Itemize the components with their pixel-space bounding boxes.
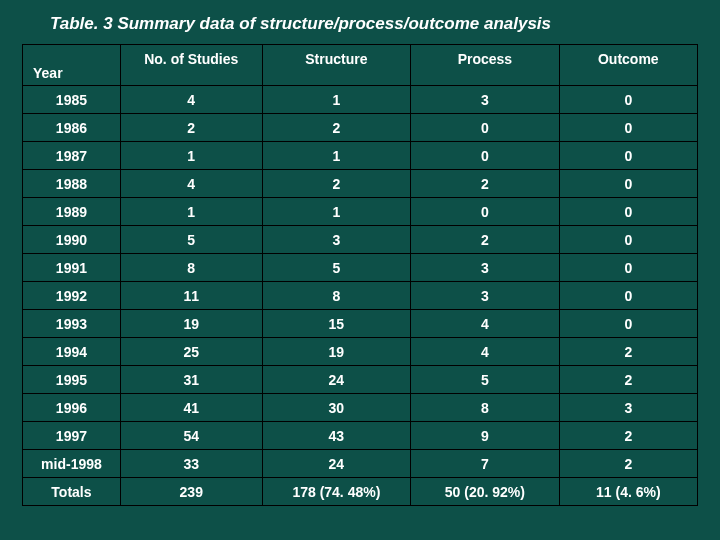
cell-structure: 8 — [262, 282, 411, 310]
cell-structure: 19 — [262, 338, 411, 366]
table-row: 19918530 — [23, 254, 698, 282]
cell-year: 1995 — [23, 366, 121, 394]
cell-process: 4 — [411, 338, 560, 366]
table-row: mid-1998332472 — [23, 450, 698, 478]
col-header-process: Process — [411, 45, 560, 86]
cell-process: 3 — [411, 254, 560, 282]
table-row: 1996413083 — [23, 394, 698, 422]
cell-structure: 43 — [262, 422, 411, 450]
cell-year: 1994 — [23, 338, 121, 366]
totals-label: Totals — [23, 478, 121, 506]
cell-structure: 2 — [262, 114, 411, 142]
cell-process: 3 — [411, 86, 560, 114]
cell-studies: 1 — [120, 198, 262, 226]
col-header-studies: No. of Studies — [120, 45, 262, 86]
cell-outcome: 0 — [559, 254, 697, 282]
totals-process: 50 (20. 92%) — [411, 478, 560, 506]
cell-studies: 11 — [120, 282, 262, 310]
table-title: Table. 3 Summary data of structure/proce… — [50, 14, 698, 34]
col-header-structure: Structure — [262, 45, 411, 86]
cell-process: 9 — [411, 422, 560, 450]
cell-studies: 41 — [120, 394, 262, 422]
cell-year: mid-1998 — [23, 450, 121, 478]
cell-studies: 4 — [120, 170, 262, 198]
cell-studies: 5 — [120, 226, 262, 254]
cell-process: 2 — [411, 170, 560, 198]
table-row: 19884220 — [23, 170, 698, 198]
cell-outcome: 0 — [559, 170, 697, 198]
cell-studies: 1 — [120, 142, 262, 170]
cell-year: 1989 — [23, 198, 121, 226]
table-row: 19871100 — [23, 142, 698, 170]
cell-year: 1996 — [23, 394, 121, 422]
table-row: 19905320 — [23, 226, 698, 254]
cell-outcome: 3 — [559, 394, 697, 422]
cell-studies: 19 — [120, 310, 262, 338]
table-row: 1994251942 — [23, 338, 698, 366]
cell-year: 1992 — [23, 282, 121, 310]
cell-process: 0 — [411, 142, 560, 170]
table-row: 19891100 — [23, 198, 698, 226]
table-row: 19854130 — [23, 86, 698, 114]
cell-studies: 8 — [120, 254, 262, 282]
data-table: Year No. of Studies Structure Process Ou… — [22, 44, 698, 506]
cell-outcome: 2 — [559, 422, 697, 450]
cell-studies: 54 — [120, 422, 262, 450]
cell-process: 7 — [411, 450, 560, 478]
totals-studies: 239 — [120, 478, 262, 506]
cell-structure: 1 — [262, 142, 411, 170]
cell-process: 5 — [411, 366, 560, 394]
cell-outcome: 0 — [559, 226, 697, 254]
cell-outcome: 2 — [559, 366, 697, 394]
cell-outcome: 0 — [559, 142, 697, 170]
cell-structure: 2 — [262, 170, 411, 198]
table-row: 1993191540 — [23, 310, 698, 338]
cell-studies: 4 — [120, 86, 262, 114]
cell-outcome: 0 — [559, 282, 697, 310]
table-row: 199211830 — [23, 282, 698, 310]
cell-process: 2 — [411, 226, 560, 254]
cell-year: 1986 — [23, 114, 121, 142]
cell-structure: 3 — [262, 226, 411, 254]
table-row: 19862200 — [23, 114, 698, 142]
table-header-row: Year No. of Studies Structure Process Ou… — [23, 45, 698, 86]
cell-studies: 33 — [120, 450, 262, 478]
cell-year: 1997 — [23, 422, 121, 450]
col-header-outcome: Outcome — [559, 45, 697, 86]
cell-outcome: 0 — [559, 310, 697, 338]
cell-structure: 1 — [262, 198, 411, 226]
totals-row: Totals 239 178 (74. 48%) 50 (20. 92%) 11… — [23, 478, 698, 506]
cell-structure: 24 — [262, 366, 411, 394]
cell-studies: 25 — [120, 338, 262, 366]
cell-outcome: 0 — [559, 114, 697, 142]
cell-outcome: 0 — [559, 86, 697, 114]
cell-process: 8 — [411, 394, 560, 422]
cell-year: 1993 — [23, 310, 121, 338]
cell-process: 4 — [411, 310, 560, 338]
cell-structure: 5 — [262, 254, 411, 282]
table-row: 1995312452 — [23, 366, 698, 394]
cell-year: 1987 — [23, 142, 121, 170]
col-header-year: Year — [23, 45, 121, 86]
slide: Table. 3 Summary data of structure/proce… — [0, 0, 720, 540]
cell-process: 0 — [411, 198, 560, 226]
cell-outcome: 0 — [559, 198, 697, 226]
cell-structure: 15 — [262, 310, 411, 338]
cell-structure: 1 — [262, 86, 411, 114]
cell-year: 1985 — [23, 86, 121, 114]
cell-studies: 2 — [120, 114, 262, 142]
cell-outcome: 2 — [559, 450, 697, 478]
table-body: 1985413019862200198711001988422019891100… — [23, 86, 698, 478]
totals-outcome: 11 (4. 6%) — [559, 478, 697, 506]
cell-process: 0 — [411, 114, 560, 142]
cell-structure: 30 — [262, 394, 411, 422]
cell-studies: 31 — [120, 366, 262, 394]
cell-process: 3 — [411, 282, 560, 310]
cell-structure: 24 — [262, 450, 411, 478]
table-row: 1997544392 — [23, 422, 698, 450]
cell-year: 1988 — [23, 170, 121, 198]
cell-year: 1990 — [23, 226, 121, 254]
cell-outcome: 2 — [559, 338, 697, 366]
totals-structure: 178 (74. 48%) — [262, 478, 411, 506]
cell-year: 1991 — [23, 254, 121, 282]
